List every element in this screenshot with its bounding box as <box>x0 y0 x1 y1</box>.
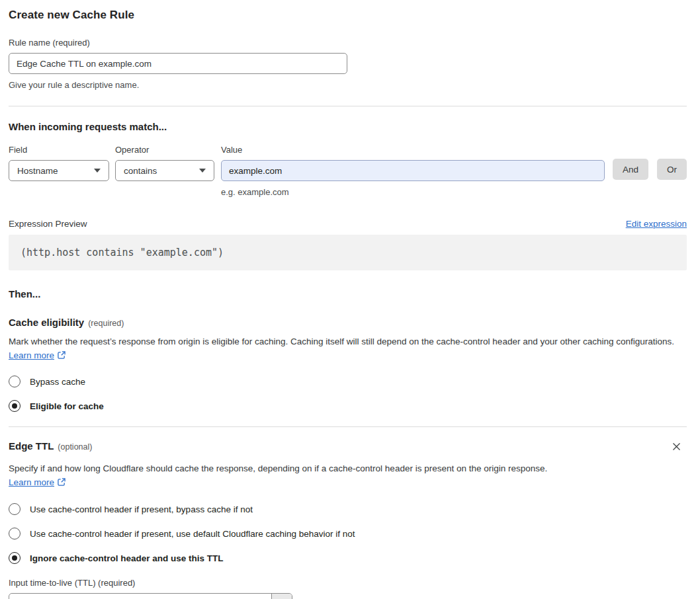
value-label: Value <box>221 145 605 155</box>
external-link-icon <box>57 350 66 360</box>
chevron-down-icon <box>94 169 101 173</box>
match-section-heading: When incoming requests match... <box>9 121 687 132</box>
ttl-dropdown-button[interactable] <box>271 594 292 599</box>
edge-ttl-learn-more-link[interactable]: Learn more <box>9 477 54 487</box>
cache-eligibility-description: Mark whether the request’s response from… <box>9 335 687 362</box>
option-use-header-default[interactable]: Use cache-control header if present, use… <box>9 528 687 539</box>
divider <box>9 106 687 106</box>
option-label: Use cache-control header if present, use… <box>30 529 355 539</box>
edge-ttl-description: Specify if and how long Cloudflare shoul… <box>9 461 563 489</box>
expression-text: (http.host contains "example.com") <box>21 247 224 259</box>
operator-label: Operator <box>115 145 214 155</box>
divider <box>9 426 687 427</box>
edge-ttl-heading: Edge TTL(optional) <box>9 440 92 452</box>
expression-preview-label: Expression Preview <box>9 219 87 229</box>
field-label: Field <box>9 145 109 155</box>
and-button[interactable]: And <box>613 159 648 180</box>
rule-name-helper: Give your rule a descriptive name. <box>9 80 687 90</box>
cache-eligibility-qualifier: (required) <box>88 319 124 328</box>
cache-eligibility-heading: Cache eligibility(required) <box>9 317 687 328</box>
edge-ttl-qualifier: (optional) <box>58 442 92 452</box>
edge-ttl-heading-text: Edge TTL <box>9 440 54 452</box>
option-label: Ignore cache-control header and use this… <box>30 553 224 563</box>
radio-button[interactable] <box>9 503 21 515</box>
option-label: Eligible for cache <box>30 401 104 411</box>
option-label: Bypass cache <box>30 377 85 387</box>
radio-button[interactable] <box>9 528 21 539</box>
option-eligible-for-cache[interactable]: Eligible for cache <box>9 400 687 412</box>
value-helper: e.g. example.com <box>221 187 605 197</box>
rule-name-input[interactable] <box>9 53 347 74</box>
cache-eligibility-learn-more-link[interactable]: Learn more <box>9 350 54 360</box>
create-cache-rule-form: Create new Cache Rule Rule name (require… <box>0 0 700 599</box>
option-bypass-cache[interactable]: Bypass cache <box>9 376 687 387</box>
ttl-select-value: 1 day <box>9 594 271 599</box>
field-select[interactable]: Hostname <box>9 160 109 181</box>
cache-eligibility-heading-text: Cache eligibility <box>9 317 84 328</box>
field-select-value: Hostname <box>17 166 58 176</box>
then-heading: Then... <box>9 288 687 300</box>
chevron-down-icon <box>199 169 206 173</box>
expression-preview-block: (http.host contains "example.com") <box>9 235 687 270</box>
radio-button[interactable] <box>9 400 21 412</box>
value-input[interactable] <box>221 160 605 181</box>
or-button[interactable]: Or <box>657 159 687 180</box>
external-link-icon <box>57 477 66 487</box>
ttl-select[interactable]: 1 day <box>9 593 292 599</box>
radio-button[interactable] <box>9 376 21 387</box>
close-icon[interactable] <box>670 440 683 455</box>
operator-select[interactable]: contains <box>115 160 214 181</box>
radio-button[interactable] <box>9 552 21 564</box>
option-use-header-bypass[interactable]: Use cache-control header if present, byp… <box>9 503 687 515</box>
edge-ttl-description-text: Specify if and how long Cloudflare shoul… <box>9 463 547 473</box>
ttl-label: Input time-to-live (TTL) (required) <box>9 578 687 588</box>
option-label: Use cache-control header if present, byp… <box>30 504 253 514</box>
rule-name-label: Rule name (required) <box>9 38 687 48</box>
option-ignore-header-use-ttl[interactable]: Ignore cache-control header and use this… <box>9 552 687 564</box>
cache-eligibility-description-text: Mark whether the request’s response from… <box>9 337 674 346</box>
edit-expression-link[interactable]: Edit expression <box>626 219 687 229</box>
operator-select-value: contains <box>124 166 157 176</box>
page-title: Create new Cache Rule <box>9 9 687 22</box>
